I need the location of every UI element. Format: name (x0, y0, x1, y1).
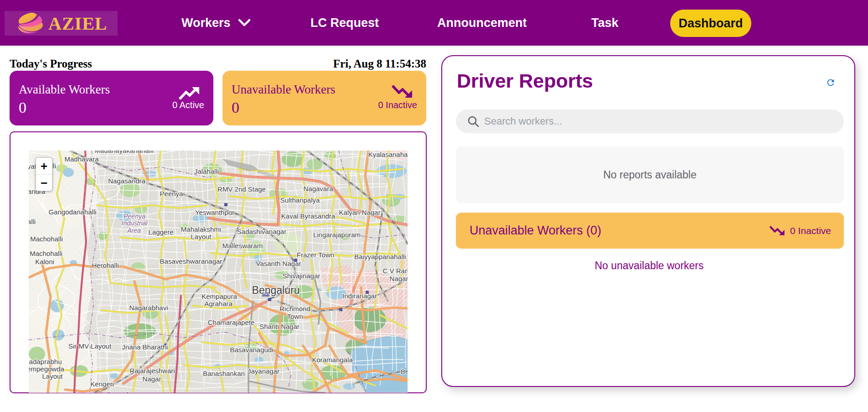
svg-text:Nagar: Nagar (390, 275, 408, 282)
svg-text:Kengeri: Kengeri (90, 380, 114, 388)
svg-text:Machohalli: Machohalli (30, 235, 63, 243)
svg-text:Kempapura: Kempapura (202, 292, 237, 300)
svg-text:Herohalli: Herohalli (92, 261, 119, 269)
svg-text:Jayanagar: Jayanagar (248, 367, 279, 375)
svg-text:empegowda: empegowda (29, 365, 65, 373)
svg-text:Rajarajeshwari: Rajarajeshwari (129, 367, 175, 375)
svg-text:Sadashivanagar: Sadashivanagar (237, 228, 286, 235)
svg-text:Shivajinagar: Shivajinagar (283, 272, 320, 280)
svg-text:Banashankari: Banashankari (203, 370, 245, 377)
svg-text:Gangodanahalli: Gangodanahalli (48, 208, 96, 216)
svg-text:Layout: Layout (42, 372, 63, 380)
svg-text:RMV 2nd Stage: RMV 2nd Stage (217, 185, 266, 193)
svg-text:Machohalli: Machohalli (30, 250, 62, 257)
svg-text:Agrahara: Agrahara (204, 300, 232, 308)
svg-text:Yeswanthpur: Yeswanthpur (195, 209, 234, 216)
svg-text:Jnana Bharathi: Jnana Bharathi (122, 343, 168, 351)
svg-text:Kalyan Nagar: Kalyan Nagar (339, 209, 381, 216)
svg-text:Shanti Nagar: Shanti Nagar (259, 323, 300, 330)
svg-text:Mailasandra: Mailasandra (97, 391, 134, 393)
svg-text:Lingarajapuram: Lingarajapuram (313, 231, 361, 239)
svg-text:Richmond: Richmond (279, 305, 310, 313)
svg-text:ladaprabhu: ladaprabhu (29, 358, 62, 365)
svg-text:Frazer Town: Frazer Town (297, 251, 334, 259)
svg-text:B: B (401, 368, 405, 375)
svg-text:Area: Area (127, 227, 141, 234)
svg-text:Nagasandra: Nagasandra (108, 177, 145, 185)
svg-text:Chamarajapete: Chamarajapete (208, 318, 255, 326)
svg-text:Kaloni: Kaloni (35, 258, 54, 266)
svg-text:Bengaluru: Bengaluru (252, 284, 300, 296)
svg-text:Nagarabhavi: Nagarabhavi (129, 304, 168, 312)
svg-text:Laggere: Laggere (148, 228, 173, 236)
svg-text:Industrial: Industrial (122, 219, 148, 227)
svg-text:alli: alli (29, 218, 36, 225)
svg-text:Sulthanpalya: Sulthanpalya (280, 196, 320, 204)
svg-text:Nagar: Nagar (143, 375, 161, 383)
svg-text:Layout: Layout (191, 233, 212, 240)
svg-text:Sir MV Layout: Sir MV Layout (68, 342, 112, 350)
svg-text:Malleswaram: Malleswaram (222, 242, 263, 250)
svg-text:Madanayakanahalli: Madanayakanahalli (94, 151, 153, 154)
svg-text:Mahalakshmi: Mahalakshmi (181, 225, 221, 233)
svg-text:Baiyyappanahalli: Baiyyappanahalli (354, 253, 406, 261)
svg-text:Indiranagar: Indiranagar (342, 292, 377, 300)
svg-text:Peenya: Peenya (124, 213, 145, 220)
svg-text:Town: Town (287, 313, 303, 320)
svg-text:C V Ram: C V Ram (383, 267, 408, 275)
svg-text:Vasanth Nagar: Vasanth Nagar (256, 260, 301, 267)
svg-text:Basavanagudi: Basavanagudi (230, 346, 273, 354)
svg-text:Basaveshwaranagar: Basaveshwaranagar (160, 257, 222, 265)
svg-text:Kyalasanahalli: Kyalasanahalli (368, 151, 408, 158)
svg-text:Peenya: Peenya (160, 190, 184, 198)
svg-text:Kaval Byrasandra: Kaval Byrasandra (281, 212, 336, 220)
svg-text:Koramangala: Koramangala (312, 356, 353, 364)
svg-text:Nagavara: Nagavara (303, 185, 333, 193)
svg-text:Jalahalli: Jalahalli (194, 167, 219, 175)
svg-text:Madhavara: Madhavara (64, 155, 99, 163)
